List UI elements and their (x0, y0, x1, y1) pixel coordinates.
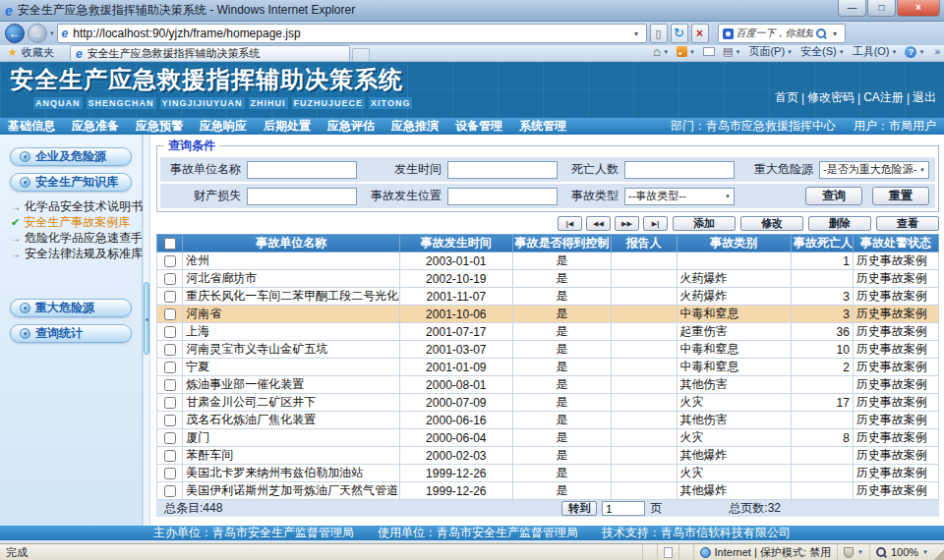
row-checkbox[interactable] (164, 326, 176, 338)
top-link-4[interactable]: 退出 (913, 89, 936, 106)
table-row[interactable]: 美国北卡罗来纳州韦兹伯勒加油站1999-12-26是火灾历史事故案例 (157, 465, 939, 482)
history-dropdown-icon[interactable]: ▾ (50, 29, 54, 37)
nav-item[interactable]: 系统管理 (519, 118, 566, 135)
accident-type-select[interactable]: --事故类型--▼ (624, 188, 735, 205)
modify-button[interactable]: 修改 (740, 216, 803, 231)
next-page-button[interactable]: ▶▶ (615, 216, 639, 231)
print-button[interactable]: ▤▼ (723, 46, 740, 57)
nav-item[interactable]: 后期处置 (264, 118, 311, 135)
nav-item[interactable]: 应急评估 (327, 118, 375, 135)
sidebar-item[interactable]: →安全法律法规及标准库 (0, 246, 142, 261)
table-row[interactable]: 茂名石化炼油厂焦化装置2000-06-16是其他伤害历史事故案例 (157, 412, 939, 429)
feeds-dropdown-icon[interactable]: ▼ (689, 49, 695, 55)
help-button[interactable]: ?▼ (905, 46, 924, 58)
row-checkbox[interactable] (164, 344, 176, 356)
safety-menu-button[interactable]: 安全(S)▼ (800, 44, 845, 59)
top-link-2[interactable]: 修改密码 (807, 89, 855, 106)
goto-button[interactable]: 转到 (561, 501, 597, 516)
feeds-button[interactable]: ▼ (677, 46, 695, 57)
row-checkbox[interactable] (164, 379, 176, 391)
table-row[interactable]: 河北省廊坊市2002-10-19是火药爆炸历史事故案例 (157, 270, 939, 288)
table-row[interactable]: 炼油事业部一催化装置2000-08-01是其他伤害历史事故案例 (157, 376, 939, 394)
panel-splitter[interactable]: ◂ (143, 135, 150, 526)
search-box[interactable]: 百度一下，你就知道 ▼ (718, 24, 846, 43)
minimize-button[interactable]: — (838, 0, 866, 17)
nav-item[interactable]: 设备管理 (455, 118, 502, 135)
view-button[interactable]: 查看 (876, 216, 939, 231)
forward-button[interactable]: → (28, 24, 47, 43)
table-row[interactable]: 重庆长风化一车间二苯甲酮工段二号光化釜2001-11-07是火药爆炸3历史事故案… (157, 288, 939, 306)
protected-mode-button[interactable]: ▼ (837, 544, 869, 560)
nav-item[interactable]: 基础信息 (8, 118, 55, 135)
new-tab-button[interactable] (352, 48, 370, 61)
address-dropdown-icon[interactable]: ▼ (631, 30, 642, 37)
tools-menu-button[interactable]: 工具(O)▼ (853, 44, 898, 59)
table-row[interactable]: 河南省2001-10-06是中毒和窒息3历史事故案例 (157, 306, 939, 323)
table-row[interactable]: 宁夏2001-01-09是中毒和窒息2历史事故案例 (157, 359, 939, 376)
sidebar-item[interactable]: ✔安全生产事故案例库 (0, 214, 142, 230)
property-loss-input[interactable] (247, 188, 357, 205)
row-checkbox[interactable] (164, 397, 176, 409)
search-icon[interactable] (816, 28, 827, 39)
sidebar-item[interactable]: →危险化学品应急速查手... (0, 230, 142, 246)
top-link-1[interactable]: 首页 (775, 89, 798, 106)
address-input[interactable]: e http://localhost:90/yjzh/frame/homepag… (57, 24, 647, 43)
row-checkbox[interactable] (164, 485, 176, 497)
table-row[interactable]: 厦门2000-06-04是火灾8历史事故案例 (157, 429, 939, 447)
overflow-chevron-icon[interactable]: » (934, 46, 940, 57)
row-checkbox[interactable] (164, 273, 176, 285)
table-row[interactable]: 苯酐车间2000-02-03是其他爆炸历史事故案例 (157, 447, 939, 465)
table-row[interactable]: 沧州2003-01-01是1历史事故案例 (157, 252, 939, 270)
search-dropdown-icon[interactable]: ▼ (830, 30, 841, 37)
splitter-collapse-handle[interactable]: ◂ (144, 282, 149, 355)
row-checkbox[interactable] (164, 450, 176, 462)
back-button[interactable]: ← (5, 24, 25, 43)
occur-time-input[interactable] (447, 161, 558, 179)
add-button[interactable]: 添加 (673, 216, 736, 231)
sidebar-section-button[interactable]: ▾企业及危险源 (10, 147, 132, 166)
search-button[interactable]: 查询 (805, 187, 862, 205)
table-row[interactable]: 上海2001-07-17是起重伤害36历史事故案例 (157, 323, 939, 341)
nav-item[interactable]: 应急推演 (391, 118, 439, 135)
row-checkbox[interactable] (164, 308, 176, 320)
resize-grip[interactable] (934, 544, 944, 560)
maximize-button[interactable]: □ (867, 0, 896, 17)
sidebar-section-button[interactable]: ▾重大危险源 (10, 299, 132, 317)
row-checkbox[interactable] (164, 291, 176, 303)
sidebar-section-button[interactable]: ▾安全生产知识库 (10, 173, 132, 192)
table-row[interactable]: 美国伊利诺斯州芝加哥炼油厂天然气管道1999-12-26是其他爆炸历史事故案例 (157, 482, 939, 500)
last-page-button[interactable]: ▶| (643, 216, 668, 231)
sidebar-section-button[interactable]: ▾查询统计 (10, 324, 132, 343)
print-dropdown-icon[interactable]: ▼ (735, 49, 740, 55)
nav-item[interactable]: 应急响应 (200, 118, 247, 135)
death-count-input[interactable] (624, 161, 735, 179)
compatibility-view-button[interactable]: ▯ (650, 24, 668, 43)
nav-item[interactable]: 应急准备 (72, 118, 119, 135)
stop-button[interactable]: × (691, 24, 709, 43)
table-row[interactable]: 河南灵宝市义寺山金矿五坑2001-03-07是中毒和窒息10历史事故案例 (157, 341, 939, 359)
row-checkbox[interactable] (164, 255, 176, 267)
zoom-control[interactable]: 100% ▼ (869, 544, 934, 560)
major-hazard-select[interactable]: -是否为重大危险源-▼ (819, 161, 929, 179)
row-checkbox[interactable] (164, 362, 176, 373)
accident-unit-input[interactable] (247, 161, 357, 179)
nav-item[interactable]: 应急预警 (136, 118, 183, 135)
reset-button[interactable]: 重置 (872, 187, 929, 205)
home-button[interactable]: ⌂▼ (653, 46, 669, 57)
home-dropdown-icon[interactable]: ▼ (663, 49, 669, 55)
read-mail-button[interactable] (703, 47, 715, 56)
close-button[interactable]: × (897, 0, 940, 17)
sidebar-item[interactable]: →化学品安全技术说明书 (0, 198, 142, 214)
page-number-input[interactable] (602, 501, 645, 516)
row-checkbox[interactable] (164, 468, 176, 479)
delete-button[interactable]: 删除 (808, 216, 871, 231)
page-menu-button[interactable]: 页面(P)▼ (748, 44, 793, 59)
row-checkbox[interactable] (164, 415, 176, 426)
first-page-button[interactable]: |◀ (558, 216, 582, 231)
table-row[interactable]: 甘肃金川公司二矿区井下2000-07-09是火灾17历史事故案例 (157, 394, 939, 412)
tab-active[interactable]: e 安全生产应急救援指挥辅助决策系统 (70, 45, 350, 61)
favorites-button[interactable]: ★ 收藏夹 (4, 45, 58, 61)
accident-location-input[interactable] (447, 188, 558, 205)
select-all-checkbox[interactable] (164, 238, 176, 250)
row-checkbox[interactable] (164, 432, 176, 444)
